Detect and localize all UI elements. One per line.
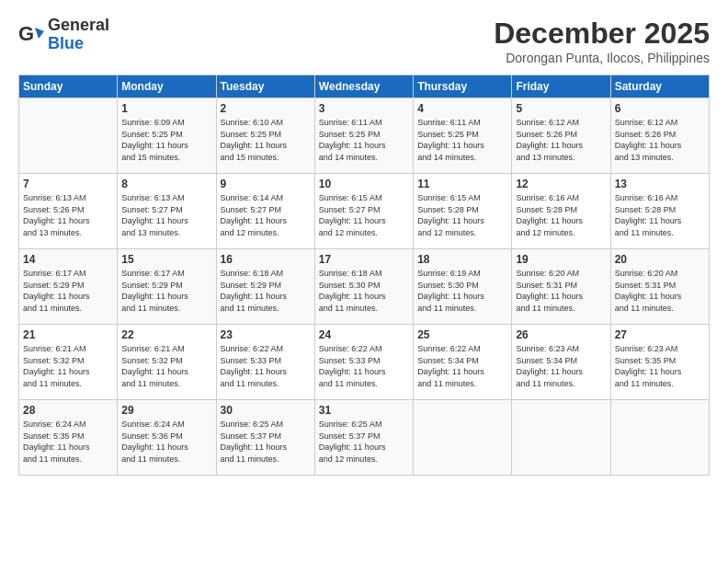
calendar-cell: 25Sunrise: 6:22 AM Sunset: 5:34 PM Dayli… bbox=[414, 325, 512, 400]
day-number: 26 bbox=[516, 328, 606, 341]
calendar-cell: 3Sunrise: 6:11 AM Sunset: 5:25 PM Daylig… bbox=[314, 98, 413, 174]
calendar-cell: 24Sunrise: 6:22 AM Sunset: 5:33 PM Dayli… bbox=[314, 325, 413, 400]
day-number: 11 bbox=[417, 178, 507, 190]
cell-info: Sunrise: 6:20 AM Sunset: 5:31 PM Dayligh… bbox=[615, 268, 705, 314]
cell-info: Sunrise: 6:14 AM Sunset: 5:27 PM Dayligh… bbox=[221, 192, 311, 238]
col-monday: Monday bbox=[118, 75, 216, 98]
col-saturday: Saturday bbox=[610, 75, 709, 98]
cell-info: Sunrise: 6:16 AM Sunset: 5:28 PM Dayligh… bbox=[516, 192, 606, 238]
month-year: December 2025 bbox=[494, 17, 710, 51]
calendar-cell: 13Sunrise: 6:16 AM Sunset: 5:28 PM Dayli… bbox=[610, 174, 709, 249]
cell-info: Sunrise: 6:21 AM Sunset: 5:32 PM Dayligh… bbox=[121, 343, 211, 389]
cell-info: Sunrise: 6:13 AM Sunset: 5:26 PM Dayligh… bbox=[23, 192, 113, 238]
cell-info: Sunrise: 6:19 AM Sunset: 5:30 PM Dayligh… bbox=[417, 268, 507, 314]
location: Dorongan Punta, Ilocos, Philippines bbox=[494, 51, 710, 65]
cell-info: Sunrise: 6:20 AM Sunset: 5:31 PM Dayligh… bbox=[516, 268, 606, 314]
calendar-cell: 19Sunrise: 6:20 AM Sunset: 5:31 PM Dayli… bbox=[512, 249, 610, 325]
calendar-cell: 12Sunrise: 6:16 AM Sunset: 5:28 PM Dayli… bbox=[512, 174, 610, 249]
calendar-row-1: 7Sunrise: 6:13 AM Sunset: 5:26 PM Daylig… bbox=[19, 174, 710, 249]
cell-info: Sunrise: 6:22 AM Sunset: 5:33 PM Dayligh… bbox=[319, 343, 409, 389]
day-number: 20 bbox=[615, 253, 705, 266]
cell-info: Sunrise: 6:24 AM Sunset: 5:35 PM Dayligh… bbox=[23, 419, 113, 465]
page: G General Blue December 2025 Dorongan Pu… bbox=[0, 0, 728, 563]
calendar-cell: 15Sunrise: 6:17 AM Sunset: 5:29 PM Dayli… bbox=[118, 249, 216, 325]
cell-info: Sunrise: 6:24 AM Sunset: 5:36 PM Dayligh… bbox=[121, 419, 211, 465]
calendar-cell bbox=[414, 400, 512, 476]
day-number: 28 bbox=[23, 404, 113, 417]
logo-blue: Blue bbox=[48, 35, 109, 53]
calendar-cell: 23Sunrise: 6:22 AM Sunset: 5:33 PM Dayli… bbox=[216, 325, 314, 400]
day-number: 10 bbox=[319, 178, 409, 190]
day-number: 4 bbox=[417, 102, 507, 115]
day-number: 19 bbox=[516, 253, 606, 266]
calendar-row-3: 21Sunrise: 6:21 AM Sunset: 5:32 PM Dayli… bbox=[19, 325, 710, 400]
day-number: 22 bbox=[121, 328, 211, 341]
calendar-cell: 9Sunrise: 6:14 AM Sunset: 5:27 PM Daylig… bbox=[216, 174, 314, 249]
day-number: 14 bbox=[23, 253, 113, 266]
calendar-cell: 5Sunrise: 6:12 AM Sunset: 5:26 PM Daylig… bbox=[512, 98, 610, 174]
calendar-cell: 22Sunrise: 6:21 AM Sunset: 5:32 PM Dayli… bbox=[118, 325, 216, 400]
day-number: 15 bbox=[121, 253, 211, 266]
day-number: 30 bbox=[221, 404, 311, 417]
day-number: 16 bbox=[221, 253, 311, 266]
col-tuesday: Tuesday bbox=[216, 75, 314, 98]
col-friday: Friday bbox=[512, 75, 610, 98]
cell-info: Sunrise: 6:13 AM Sunset: 5:27 PM Dayligh… bbox=[121, 192, 211, 238]
calendar-cell: 11Sunrise: 6:15 AM Sunset: 5:28 PM Dayli… bbox=[414, 174, 512, 249]
day-number: 29 bbox=[121, 404, 211, 417]
day-number: 9 bbox=[221, 178, 311, 190]
cell-info: Sunrise: 6:10 AM Sunset: 5:25 PM Dayligh… bbox=[221, 117, 311, 163]
cell-info: Sunrise: 6:17 AM Sunset: 5:29 PM Dayligh… bbox=[121, 268, 211, 314]
day-number: 8 bbox=[121, 178, 211, 190]
svg-marker-1 bbox=[35, 28, 44, 39]
day-number: 13 bbox=[615, 178, 705, 190]
cell-info: Sunrise: 6:25 AM Sunset: 5:37 PM Dayligh… bbox=[319, 419, 409, 465]
cell-info: Sunrise: 6:22 AM Sunset: 5:33 PM Dayligh… bbox=[221, 343, 311, 389]
calendar-cell: 28Sunrise: 6:24 AM Sunset: 5:35 PM Dayli… bbox=[19, 400, 118, 476]
calendar-cell: 10Sunrise: 6:15 AM Sunset: 5:27 PM Dayli… bbox=[314, 174, 413, 249]
calendar-cell: 17Sunrise: 6:18 AM Sunset: 5:30 PM Dayli… bbox=[314, 249, 413, 325]
cell-info: Sunrise: 6:25 AM Sunset: 5:37 PM Dayligh… bbox=[221, 419, 311, 465]
calendar-row-4: 28Sunrise: 6:24 AM Sunset: 5:35 PM Dayli… bbox=[19, 400, 710, 476]
cell-info: Sunrise: 6:12 AM Sunset: 5:26 PM Dayligh… bbox=[516, 117, 606, 163]
day-number: 2 bbox=[221, 102, 311, 115]
cell-info: Sunrise: 6:18 AM Sunset: 5:29 PM Dayligh… bbox=[221, 268, 311, 314]
logo-text: General Blue bbox=[48, 17, 109, 53]
day-number: 17 bbox=[319, 253, 409, 266]
day-number: 6 bbox=[615, 102, 705, 115]
day-number: 23 bbox=[221, 328, 311, 341]
calendar-cell: 1Sunrise: 6:09 AM Sunset: 5:25 PM Daylig… bbox=[118, 98, 216, 174]
calendar-cell: 29Sunrise: 6:24 AM Sunset: 5:36 PM Dayli… bbox=[118, 400, 216, 476]
calendar-table: Sunday Monday Tuesday Wednesday Thursday… bbox=[18, 75, 710, 476]
cell-info: Sunrise: 6:18 AM Sunset: 5:30 PM Dayligh… bbox=[319, 268, 409, 314]
day-number: 21 bbox=[23, 328, 113, 341]
calendar-cell: 8Sunrise: 6:13 AM Sunset: 5:27 PM Daylig… bbox=[118, 174, 216, 249]
calendar-cell: 20Sunrise: 6:20 AM Sunset: 5:31 PM Dayli… bbox=[610, 249, 709, 325]
calendar-row-0: 1Sunrise: 6:09 AM Sunset: 5:25 PM Daylig… bbox=[19, 98, 710, 174]
calendar-cell: 4Sunrise: 6:11 AM Sunset: 5:25 PM Daylig… bbox=[414, 98, 512, 174]
calendar-cell: 26Sunrise: 6:23 AM Sunset: 5:34 PM Dayli… bbox=[512, 325, 610, 400]
day-number: 31 bbox=[319, 404, 409, 417]
svg-text:G: G bbox=[18, 22, 34, 45]
cell-info: Sunrise: 6:15 AM Sunset: 5:28 PM Dayligh… bbox=[417, 192, 507, 238]
logo-icon: G bbox=[18, 22, 44, 48]
calendar-cell bbox=[610, 400, 709, 476]
cell-info: Sunrise: 6:11 AM Sunset: 5:25 PM Dayligh… bbox=[319, 117, 409, 163]
logo-general: General bbox=[48, 17, 109, 35]
calendar-cell: 14Sunrise: 6:17 AM Sunset: 5:29 PM Dayli… bbox=[19, 249, 118, 325]
day-number: 7 bbox=[23, 178, 113, 190]
day-number: 3 bbox=[319, 102, 409, 115]
title-section: December 2025 Dorongan Punta, Ilocos, Ph… bbox=[494, 17, 710, 65]
cell-info: Sunrise: 6:21 AM Sunset: 5:32 PM Dayligh… bbox=[23, 343, 113, 389]
calendar-cell: 7Sunrise: 6:13 AM Sunset: 5:26 PM Daylig… bbox=[19, 174, 118, 249]
cell-info: Sunrise: 6:17 AM Sunset: 5:29 PM Dayligh… bbox=[23, 268, 113, 314]
calendar-cell: 16Sunrise: 6:18 AM Sunset: 5:29 PM Dayli… bbox=[216, 249, 314, 325]
day-number: 24 bbox=[319, 328, 409, 341]
calendar-cell: 31Sunrise: 6:25 AM Sunset: 5:37 PM Dayli… bbox=[314, 400, 413, 476]
calendar-row-2: 14Sunrise: 6:17 AM Sunset: 5:29 PM Dayli… bbox=[19, 249, 710, 325]
cell-info: Sunrise: 6:23 AM Sunset: 5:34 PM Dayligh… bbox=[516, 343, 606, 389]
day-number: 1 bbox=[121, 102, 211, 115]
col-sunday: Sunday bbox=[19, 75, 118, 98]
day-number: 27 bbox=[615, 328, 705, 341]
calendar-cell: 30Sunrise: 6:25 AM Sunset: 5:37 PM Dayli… bbox=[216, 400, 314, 476]
